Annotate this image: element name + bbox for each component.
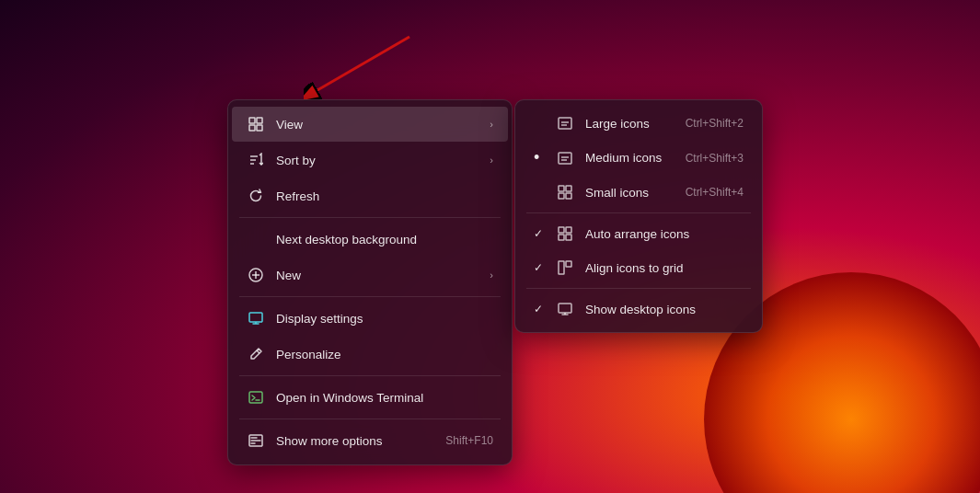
shortcut-large: Ctrl+Shift+2 [686, 117, 744, 130]
menu-label-refresh: Refresh [276, 189, 493, 203]
submenu-label-show-desktop: Show desktop icons [585, 303, 696, 316]
grid-icon [247, 115, 265, 133]
refresh-icon [247, 187, 265, 205]
pointer-arrow [304, 28, 414, 105]
svg-line-15 [257, 350, 259, 353]
submenu-label-small: Small icons [585, 186, 649, 200]
view-submenu: Large icons Ctrl+Shift+2 • Medium icons … [514, 99, 763, 333]
menu-label-personalize: Personalize [276, 348, 493, 361]
pen-icon [247, 345, 265, 363]
submenu-label-align: Align icons to grid [585, 261, 684, 275]
submenu-item-auto-arrange[interactable]: ✓ Auto arrange icons [519, 217, 758, 250]
svg-rect-34 [559, 235, 564, 240]
svg-rect-35 [566, 235, 571, 240]
svg-rect-28 [559, 186, 564, 191]
separator-4 [239, 418, 501, 419]
chevron-icon-sort: › [490, 155, 493, 166]
separator-2 [239, 296, 501, 297]
menu-item-display-settings[interactable]: Display settings [232, 301, 508, 336]
chevron-icon-new: › [490, 269, 493, 281]
menu-label-view: View [276, 118, 490, 132]
svg-rect-31 [566, 193, 571, 199]
chevron-icon-view: › [490, 119, 493, 130]
submenu-separator-1 [526, 212, 751, 213]
submenu-item-small-icons[interactable]: Small icons Ctrl+Shift+4 [519, 176, 758, 209]
placeholder-icon [247, 230, 265, 248]
menu-label-sort-by: Sort by [276, 154, 490, 167]
menu-item-personalize[interactable]: Personalize [232, 337, 508, 372]
svg-rect-12 [249, 313, 262, 322]
check-show-desktop: ✓ [534, 303, 548, 315]
svg-rect-4 [249, 125, 255, 131]
svg-rect-37 [566, 261, 571, 267]
submenu-item-show-desktop-icons[interactable]: ✓ Show desktop icons [519, 292, 758, 326]
shortcut-medium: Ctrl+Shift+3 [686, 152, 744, 165]
check-auto-arrange: ✓ [534, 227, 548, 240]
menu-label-show-more: Show more options [276, 434, 445, 448]
menu-label-terminal: Open in Windows Terminal [276, 391, 493, 405]
more-icon [247, 431, 265, 450]
context-menu: View › Sort by › [227, 99, 513, 465]
separator-1 [239, 217, 501, 218]
svg-rect-36 [559, 261, 564, 274]
shortcut-small: Ctrl+Shift+4 [686, 186, 744, 199]
menu-label-next-bg: Next desktop background [276, 233, 493, 246]
svg-rect-22 [559, 118, 571, 129]
bullet-medium: • [534, 148, 548, 167]
auto-arrange-icon [556, 224, 574, 243]
svg-rect-33 [566, 227, 571, 233]
small-icons-icon [556, 183, 574, 201]
svg-rect-38 [559, 304, 571, 313]
separator-3 [239, 375, 501, 376]
menu-item-show-more[interactable]: Show more options Shift+F10 [232, 423, 508, 458]
svg-rect-2 [249, 118, 255, 123]
submenu-label-medium: Medium icons [585, 151, 662, 165]
svg-rect-29 [566, 186, 571, 191]
plus-icon [247, 266, 265, 284]
menu-item-next-bg[interactable]: Next desktop background [232, 222, 508, 257]
context-menu-wrapper: View › Sort by › [227, 99, 763, 465]
svg-rect-3 [257, 118, 262, 123]
submenu-item-medium-icons[interactable]: • Medium icons Ctrl+Shift+3 [519, 141, 758, 175]
submenu-label-auto-arrange: Auto arrange icons [585, 227, 689, 241]
check-align-grid: ✓ [534, 261, 548, 274]
svg-rect-16 [249, 392, 262, 403]
terminal-icon [247, 388, 265, 407]
display-icon [247, 309, 265, 327]
svg-rect-30 [559, 193, 564, 199]
align-grid-icon [556, 258, 574, 277]
submenu-item-large-icons[interactable]: Large icons Ctrl+Shift+2 [519, 107, 758, 140]
svg-line-1 [317, 37, 409, 90]
shortcut-show-more: Shift+F10 [445, 434, 493, 447]
medium-icons-icon [556, 149, 574, 167]
menu-item-refresh[interactable]: Refresh [232, 178, 508, 213]
menu-item-terminal[interactable]: Open in Windows Terminal [232, 380, 508, 415]
sort-icon [247, 151, 265, 169]
svg-rect-32 [559, 227, 564, 233]
menu-label-new: New [276, 269, 490, 282]
show-desktop-icon [556, 300, 574, 318]
menu-label-display: Display settings [276, 312, 493, 326]
menu-item-new[interactable]: New › [232, 258, 508, 292]
menu-item-view[interactable]: View › [232, 107, 508, 142]
submenu-item-align-grid[interactable]: ✓ Align icons to grid [519, 251, 758, 284]
submenu-label-large: Large icons [585, 117, 650, 131]
large-icons-icon [556, 114, 574, 132]
submenu-separator-2 [526, 288, 751, 289]
menu-item-sort-by[interactable]: Sort by › [232, 143, 508, 178]
svg-rect-25 [559, 153, 571, 164]
svg-rect-5 [257, 125, 262, 131]
